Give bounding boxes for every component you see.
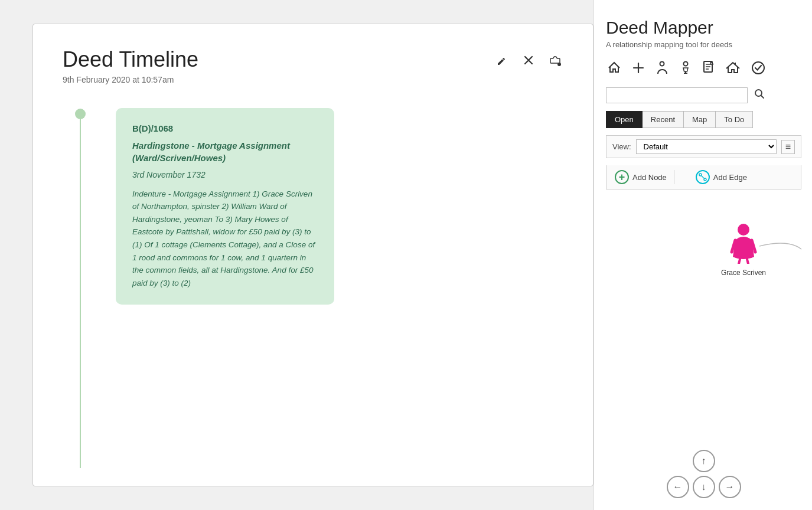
svg-point-1 [660,62,664,66]
search-button[interactable] [751,87,768,104]
timeline-subtitle: 9th February 2020 at 10:57am [63,75,198,84]
tab-open[interactable]: Open [606,111,643,128]
timeline-panel: Deed Timeline 9th February 2020 at 10:57… [32,24,593,486]
arrow-down-icon: ↓ [702,482,706,492]
settings-button[interactable] [547,53,563,70]
svg-point-6 [699,174,702,176]
tab-map[interactable]: Map [684,111,716,128]
timeline-actions [495,53,563,70]
toolbar-add-icon[interactable] [631,60,646,78]
add-node-label: Add Node [632,173,667,182]
nav-arrows-lr-row: ← ↓ → [667,476,741,498]
grace-scriven-node[interactable]: Grace Scriven [721,223,766,277]
close-button[interactable] [521,53,536,70]
tab-todo[interactable]: To Do [716,111,753,128]
card-description: Indenture - Mortgage Assignment 1) Grace… [132,188,318,290]
toolbar-divider [674,170,674,184]
timeline-vertical-line [80,114,81,468]
mapper-search-row [606,87,801,104]
view-label: View: [612,142,631,151]
graph-curve-svg [606,199,801,444]
mapper-toolbar [606,60,801,79]
arrow-up-icon: ↑ [702,456,706,466]
toolbar-document-icon[interactable] [702,60,716,79]
mapper-graph[interactable]: Grace Scriven [606,199,801,444]
timeline-title-block: Deed Timeline 9th February 2020 at 10:57… [63,48,198,84]
timeline-header: Deed Timeline 9th February 2020 at 10:57… [63,48,563,84]
card-id: B(D)/1068 [132,123,318,133]
timeline-dot [75,109,86,119]
toolbar-verify-icon[interactable] [750,60,767,79]
svg-point-2 [684,62,688,66]
view-menu-button[interactable]: ≡ [781,140,795,154]
add-node-button[interactable]: + Add Node [615,170,667,184]
mapper-subtitle: A relationship mapping tool for deeds [606,40,801,49]
toolbar-property-icon[interactable] [724,60,742,79]
nav-arrow-down-button[interactable]: ↓ [693,476,715,498]
card-title: Hardingstone - Mortgage Assignment (Ward… [132,139,318,164]
svg-point-4 [752,62,764,74]
add-edge-button[interactable]: Add Edge [696,170,747,184]
svg-point-7 [704,178,706,181]
mapper-add-row: + Add Node Add Edge [606,165,801,189]
add-node-icon: + [615,170,629,184]
mapper-title: Deed Mapper [606,18,801,38]
toolbar-person-female-icon[interactable] [678,60,693,79]
timeline-card: B(D)/1068 Hardingstone - Mortgage Assign… [116,108,334,305]
view-select[interactable]: Default [636,139,777,154]
toolbar-person-male-icon[interactable] [654,60,670,79]
timeline-title: Deed Timeline [63,48,198,71]
nav-arrows-container: ↑ ← ↓ → [606,450,801,498]
mapper-view-row: View: Default ≡ [606,135,801,158]
add-edge-icon [696,170,710,184]
nav-arrow-left-button[interactable]: ← [667,476,689,498]
add-edge-label: Add Edge [713,173,747,182]
card-date: 3rd November 1732 [132,170,318,179]
person-female-figure [728,223,759,266]
timeline-line [63,114,98,311]
mapper-nav-tabs: Open Recent Map To Do [606,111,801,128]
nav-arrow-up-row: ↑ [693,450,715,472]
arrow-right-icon: → [725,482,735,492]
svg-point-8 [738,224,749,236]
grace-scriven-label: Grace Scriven [721,269,766,277]
edit-button[interactable] [495,53,510,70]
nav-arrow-up-button[interactable]: ↑ [693,450,715,472]
toolbar-house-icon[interactable] [606,60,622,79]
svg-point-0 [557,63,561,66]
tab-recent[interactable]: Recent [643,111,684,128]
mapper-panel: Deed Mapper A relationship mapping tool … [593,0,812,510]
nav-arrow-right-button[interactable]: → [719,476,741,498]
arrow-left-icon: ← [673,482,683,492]
search-input[interactable] [606,87,748,103]
timeline-body: B(D)/1068 Hardingstone - Mortgage Assign… [63,114,563,311]
